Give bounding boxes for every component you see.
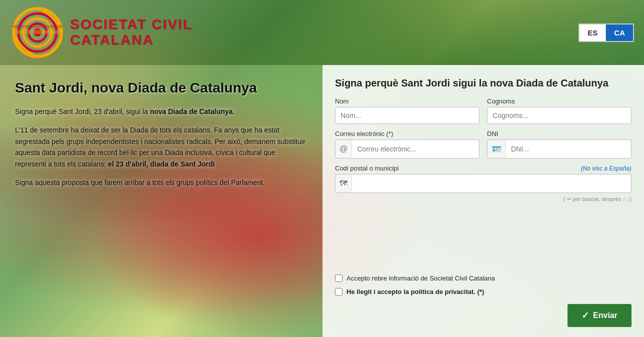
logo-line2: CATALANA xyxy=(70,32,192,48)
submit-label: Enviar xyxy=(593,311,618,320)
email-icon: @ xyxy=(336,140,352,158)
lang-ca-button[interactable]: CA xyxy=(606,24,633,41)
svg-rect-6 xyxy=(12,30,62,34)
dni-group: DNI 🪪 xyxy=(487,130,632,158)
para2: L'11 de setembre ha deixat de ser la Dia… xyxy=(15,124,308,170)
para1: Signa perquè Sant Jordi, 23 d'abril, sig… xyxy=(15,106,308,117)
cognoms-input[interactable] xyxy=(487,107,632,124)
dni-input[interactable] xyxy=(506,141,631,157)
para3: Signa aquesta proposta que farem arribar… xyxy=(15,177,308,188)
cognoms-group: Cognoms xyxy=(487,98,632,124)
postal-input-wrapper: 🗺 xyxy=(335,174,632,193)
postal-group: Codi postal o municipi (No visc a España… xyxy=(335,164,632,268)
lang-switcher: ES CA xyxy=(578,24,634,42)
logo-icon xyxy=(10,5,65,60)
nom-label: Nom xyxy=(335,98,480,105)
postal-hint: ( ↵ per buscar, després ↑ ↓) xyxy=(335,196,632,202)
postal-input[interactable] xyxy=(352,176,631,192)
dni-icon: 🪪 xyxy=(488,140,506,158)
email-group: Correu electrònic (*) @ xyxy=(335,130,480,158)
email-label: Correu electrònic (*) xyxy=(335,130,480,138)
postal-row-header: Codi postal o municipi (No visc a España… xyxy=(335,164,632,172)
logo-line1: SOCIETAT CIVIL xyxy=(70,17,192,32)
submit-button[interactable]: ✓ Enviar xyxy=(568,304,632,327)
not-spain-link[interactable]: (No visc a España) xyxy=(581,165,632,172)
email-dni-row: Correu electrònic (*) @ DNI 🪪 xyxy=(335,130,632,158)
checkbox2-label: He llegit i accepto la política de priva… xyxy=(346,288,484,296)
left-panel: Sant Jordi, nova Diada de Catalunya Sign… xyxy=(0,65,322,337)
nom-group: Nom xyxy=(335,98,480,124)
svg-rect-7 xyxy=(12,25,62,28)
checkbox1-label: Accepto rebre informació de Societat Civ… xyxy=(346,274,495,282)
logo-area: SOCIETAT CIVIL CATALANA xyxy=(10,5,192,60)
cognoms-label: Cognoms xyxy=(487,98,632,105)
checkbox1-row: Accepto rebre informació de Societat Civ… xyxy=(335,274,632,282)
email-input-wrapper: @ xyxy=(335,140,480,158)
checkbox1-input[interactable] xyxy=(335,274,342,282)
name-row: Nom Cognoms xyxy=(335,98,632,124)
checkmark-icon: ✓ xyxy=(582,310,589,321)
page-title: Sant Jordi, nova Diada de Catalunya xyxy=(15,80,308,96)
main-content: Sant Jordi, nova Diada de Catalunya Sign… xyxy=(0,65,644,337)
signup-form: Signa perquè Sant Jordi sigui la nova Di… xyxy=(322,65,644,337)
postal-icon: 🗺 xyxy=(336,174,352,192)
form-title: Signa perquè Sant Jordi sigui la nova Di… xyxy=(335,78,632,89)
submit-row: ✓ Enviar xyxy=(335,304,632,327)
lang-es-button[interactable]: ES xyxy=(580,24,606,41)
dni-input-wrapper: 🪪 xyxy=(487,140,632,158)
postal-label: Codi postal o municipi xyxy=(335,164,398,172)
header: SOCIETAT CIVIL CATALANA ES CA xyxy=(0,0,644,65)
checkbox2-row: He llegit i accepto la política de priva… xyxy=(335,288,632,296)
checkbox2-input[interactable] xyxy=(335,288,342,296)
nom-input[interactable] xyxy=(335,107,480,124)
logo-text: SOCIETAT CIVIL CATALANA xyxy=(70,17,192,48)
email-input[interactable] xyxy=(352,141,479,157)
dni-label: DNI xyxy=(487,130,632,138)
